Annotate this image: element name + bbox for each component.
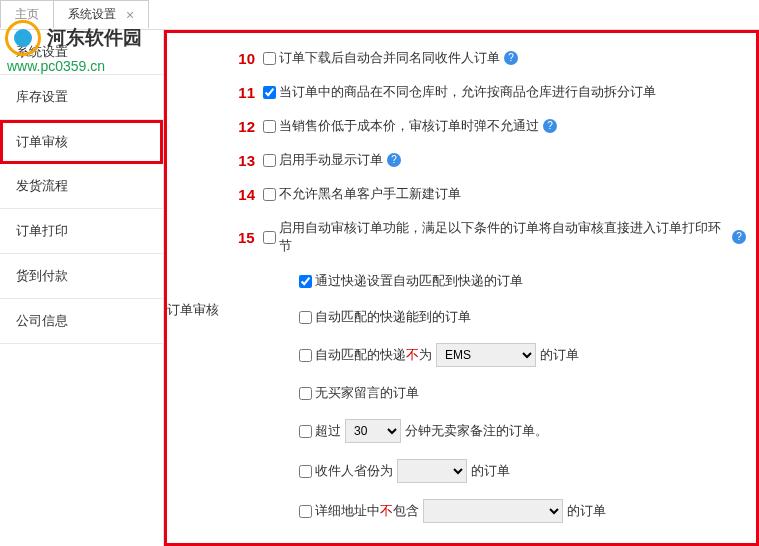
content-panel: 订单审核 10 订单下载后自动合并同名同收件人订单 ? 11 当订单中的商品在不… [164,30,759,546]
sub-option-6: 收件人省份为 的订单 [299,451,746,491]
checkbox-sub5[interactable] [299,425,312,438]
tabs-bar: 主页 系统设置 × [0,0,759,30]
sidebar: 系统设置 库存设置 订单审核 发货流程 订单打印 货到付款 公司信息 [0,30,164,546]
option-row-11: 11 当订单中的商品在不同仓库时，允许按商品仓库进行自动拆分订单 [227,75,746,109]
tab-main[interactable]: 主页 [0,0,53,28]
checkbox-sub2[interactable] [299,311,312,324]
help-icon[interactable]: ? [504,51,518,65]
option-row-10: 10 订单下载后自动合并同名同收件人订单 ? [227,41,746,75]
checkbox-sub6[interactable] [299,465,312,478]
sub-option-7: 详细地址中不包含 的订单 [299,491,746,531]
option-row-13: 13 启用手动显示订单 ? [227,143,746,177]
checkbox-sub3[interactable] [299,349,312,362]
checkbox-sub7[interactable] [299,505,312,518]
sidebar-item-company[interactable]: 公司信息 [0,299,163,344]
checkbox-sub4[interactable] [299,387,312,400]
sidebar-item-system[interactable]: 系统设置 [0,30,163,75]
select-minutes[interactable]: 30 [345,419,401,443]
help-icon[interactable]: ? [732,230,746,244]
option-row-15: 15 启用自动审核订单功能，满足以下条件的订单将自动审核直接进入订单打印环节 ? [227,211,746,263]
checkbox-15[interactable] [263,231,276,244]
sidebar-item-print[interactable]: 订单打印 [0,209,163,254]
help-icon[interactable]: ? [543,119,557,133]
sub-option-5: 超过 30 分钟无卖家备注的订单。 [299,411,746,451]
sidebar-item-order-review[interactable]: 订单审核 [0,120,163,164]
option-row-14: 14 不允许黑名单客户手工新建订单 [227,177,746,211]
tab-settings[interactable]: 系统设置 × [53,0,149,28]
sidebar-item-ship[interactable]: 发货流程 [0,164,163,209]
checkbox-10[interactable] [263,52,276,65]
checkbox-12[interactable] [263,120,276,133]
sub-option-2: 自动匹配的快递能到的订单 [299,299,746,335]
select-address-contains[interactable] [423,499,563,523]
checkbox-13[interactable] [263,154,276,167]
checkbox-11[interactable] [263,86,276,99]
sub-option-4: 无买家留言的订单 [299,375,746,411]
checkbox-sub1[interactable] [299,275,312,288]
sub-option-1: 通过快递设置自动匹配到快递的订单 [299,263,746,299]
sidebar-item-stock[interactable]: 库存设置 [0,75,163,120]
checkbox-14[interactable] [263,188,276,201]
close-icon[interactable]: × [126,7,134,23]
option-row-12: 12 当销售价低于成本价，审核订单时弹不允通过 ? [227,109,746,143]
select-province[interactable] [397,459,467,483]
sidebar-item-cod[interactable]: 货到付款 [0,254,163,299]
sub-option-3: 自动匹配的快递不为 EMS 的订单 [299,335,746,375]
help-icon[interactable]: ? [387,153,401,167]
select-express[interactable]: EMS [436,343,536,367]
section-title: 订单审核 [167,41,227,543]
